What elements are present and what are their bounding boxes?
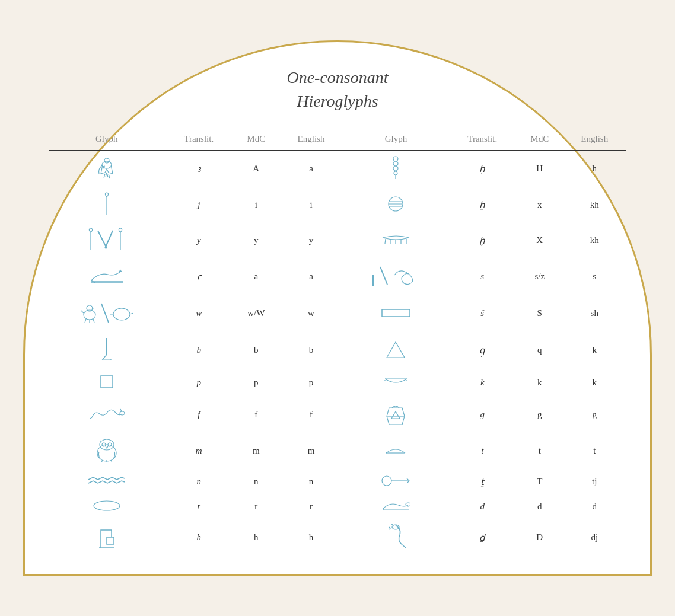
svg-point-9 — [113, 308, 130, 320]
mdc-cell-right: g — [517, 397, 563, 433]
mdc-cell-left: m — [233, 433, 279, 470]
glyph-cell-right — [343, 397, 448, 433]
mdc-cell-right: D — [517, 519, 563, 556]
mdc-cell-left: w/W — [233, 295, 279, 332]
glyph-cell-left — [49, 332, 165, 369]
translit-cell-left: ꜥ — [165, 258, 234, 295]
translit-cell-right: g — [448, 397, 517, 433]
table-row: ꜣAa ḥHh — [49, 151, 626, 187]
glyph-cell-right — [343, 369, 448, 397]
english-cell-right: t — [563, 433, 626, 470]
col-header-glyph-right: Glyph — [343, 130, 448, 151]
english-cell-left: a — [279, 151, 343, 187]
glyph-cell-right — [343, 494, 448, 519]
english-cell-right: tj — [563, 470, 626, 494]
table-row: jii ẖxkh — [49, 187, 626, 223]
header-row: Glyph Translit. MdC English Glyph Transl… — [49, 130, 626, 151]
mdc-cell-right: X — [517, 223, 563, 258]
translit-cell-left: w — [165, 295, 234, 332]
english-cell-left: f — [279, 397, 343, 433]
svg-rect-11 — [101, 376, 113, 388]
mdc-cell-left: r — [233, 494, 279, 519]
translit-cell-right: ḥ — [448, 151, 517, 187]
page-title: One-consonant Hieroglyphs — [49, 66, 626, 112]
english-cell-left: m — [279, 433, 343, 470]
translit-cell-left: h — [165, 519, 234, 556]
translit-cell-left: m — [165, 433, 234, 470]
hieroglyph-table: Glyph Translit. MdC English Glyph Transl… — [49, 130, 626, 556]
table-row: nnn ṯTtj — [49, 470, 626, 494]
translit-cell-right: š — [448, 295, 517, 332]
table-row: fff ggg — [49, 397, 626, 433]
english-cell-right: dj — [563, 519, 626, 556]
translit-cell-right: s — [448, 258, 517, 295]
english-cell-right: k — [563, 369, 626, 397]
english-cell-left: n — [279, 470, 343, 494]
glyph-cell-right — [343, 187, 448, 223]
svg-point-17 — [382, 476, 391, 486]
svg-rect-20 — [107, 537, 114, 544]
table-wrapper: Glyph Translit. MdC English Glyph Transl… — [49, 130, 626, 556]
translit-cell-right: ẖ — [448, 187, 517, 223]
glyph-cell-left — [49, 470, 165, 494]
translit-cell-right: k — [448, 369, 517, 397]
table-row: ppp kkk — [49, 369, 626, 397]
table-row: ꜥaa ss/zs — [49, 258, 626, 295]
table-row: bbb q̣qk — [49, 332, 626, 369]
mdc-cell-right: q — [517, 332, 563, 369]
glyph-cell-left — [49, 369, 165, 397]
glyph-cell-left — [49, 295, 165, 332]
mdc-cell-right: H — [517, 151, 563, 187]
english-cell-right: k — [563, 332, 626, 369]
translit-cell-right: ḏ — [448, 519, 517, 556]
table-row: yyy ḫXkh — [49, 223, 626, 258]
translit-cell-right: t — [448, 433, 517, 470]
mdc-cell-left: n — [233, 470, 279, 494]
mdc-cell-right: d — [517, 494, 563, 519]
svg-point-1 — [104, 158, 109, 163]
english-cell-left: b — [279, 332, 343, 369]
mdc-cell-right: k — [517, 369, 563, 397]
english-cell-right: s — [563, 258, 626, 295]
arch-container: One-consonant Hieroglyphs Glyph Translit… — [23, 40, 652, 575]
english-cell-right: sh — [563, 295, 626, 332]
translit-cell-left: ꜣ — [165, 151, 234, 187]
mdc-cell-right: x — [517, 187, 563, 223]
mdc-cell-right: S — [517, 295, 563, 332]
mdc-cell-left: A — [233, 151, 279, 187]
table-row: rrr ddd — [49, 494, 626, 519]
english-cell-left: r — [279, 494, 343, 519]
translit-cell-right: q̣ — [448, 332, 517, 369]
translit-cell-right: d — [448, 494, 517, 519]
mdc-cell-right: s/z — [517, 258, 563, 295]
glyph-cell-right — [343, 151, 448, 187]
glyph-cell-left — [49, 397, 165, 433]
mdc-cell-left: h — [233, 519, 279, 556]
english-cell-right: kh — [563, 223, 626, 258]
translit-cell-left: y — [165, 223, 234, 258]
svg-point-3 — [393, 161, 398, 166]
svg-point-5 — [394, 171, 397, 175]
glyph-cell-left — [49, 433, 165, 470]
glyph-cell-left — [49, 494, 165, 519]
glyph-cell-right — [343, 433, 448, 470]
svg-point-12 — [120, 411, 125, 415]
col-header-glyph-left: Glyph — [49, 130, 165, 151]
translit-cell-left: j — [165, 187, 234, 223]
translit-cell-right: ḫ — [448, 223, 517, 258]
translit-cell-left: n — [165, 470, 234, 494]
english-cell-left: p — [279, 369, 343, 397]
col-header-mdc-left: MdC — [233, 130, 279, 151]
svg-point-4 — [393, 166, 398, 171]
table-row: ww/Ww šSsh — [49, 295, 626, 332]
table-row: hhh ḏDdj — [49, 519, 626, 556]
glyph-cell-left — [49, 519, 165, 556]
english-cell-left: y — [279, 223, 343, 258]
english-cell-left: w — [279, 295, 343, 332]
glyph-cell-right — [343, 258, 448, 295]
english-cell-left: i — [279, 187, 343, 223]
mdc-cell-left: f — [233, 397, 279, 433]
col-header-english-left: English — [279, 130, 343, 151]
mdc-cell-left: a — [233, 258, 279, 295]
glyph-cell-left — [49, 151, 165, 187]
